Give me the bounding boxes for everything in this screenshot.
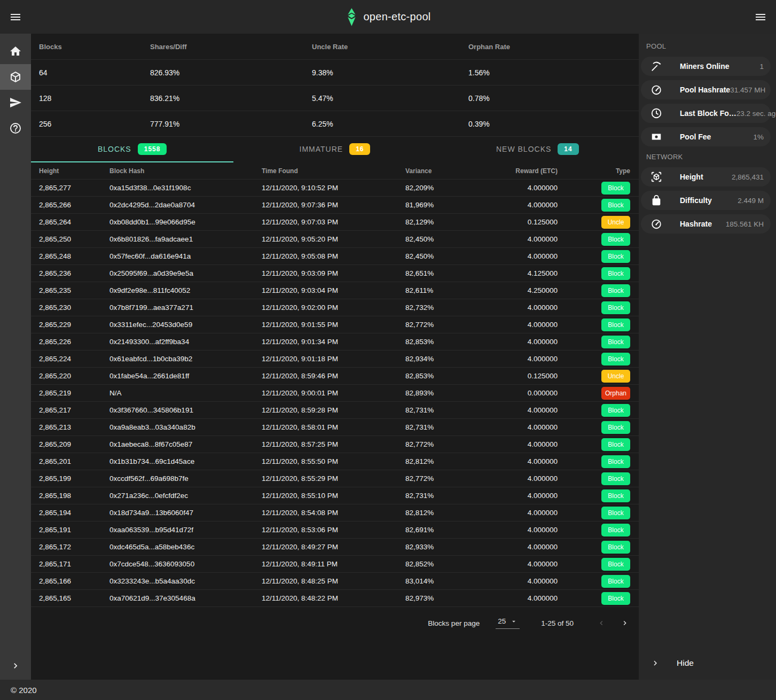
footer: © 2020 <box>0 680 776 700</box>
block-row[interactable]: 2,865,171 0x7cdce548...3636093050 12/11/… <box>31 556 639 573</box>
block-row[interactable]: 2,865,220 0x1fabe54a...2661de81ff 12/11/… <box>31 368 639 385</box>
chevron-right-icon <box>650 658 660 668</box>
block-hash: N/A <box>109 389 262 397</box>
block-time-found: 12/11/2020, 8:59:28 PM <box>262 406 405 414</box>
block-row[interactable]: 2,865,213 0xa9a8eab3...03a340a82b 12/11/… <box>31 419 639 436</box>
sidebar-item-blocks[interactable] <box>0 64 31 90</box>
block-reward: 4.000000 <box>502 457 558 465</box>
block-variance: 82,732% <box>405 304 502 312</box>
tab-label: IMMATURE <box>300 145 343 153</box>
previous-page-chevron-left-icon[interactable] <box>597 619 606 627</box>
block-reward: 4.000000 <box>502 543 558 551</box>
page-size-select[interactable]: 25 <box>496 617 520 629</box>
block-row[interactable]: 2,865,172 0xdc465d5a...a58beb436c 12/11/… <box>31 539 639 556</box>
block-height: 2,865,201 <box>31 457 109 465</box>
block-height: 2,865,220 <box>31 372 109 380</box>
block-row[interactable]: 2,865,201 0x1b31b734...69c1d45ace 12/11/… <box>31 453 639 470</box>
block-time-found: 12/11/2020, 9:02:00 PM <box>262 304 405 312</box>
block-height: 2,865,277 <box>31 184 109 192</box>
stats-sidebar: POOL Miners Online 1 Pool Hashrate 31.45… <box>639 34 776 680</box>
block-hash: 0xa9a8eab3...03a340a82b <box>109 423 262 431</box>
block-row[interactable]: 2,865,209 0x1aebeca8...8f67c05e87 12/11/… <box>31 436 639 453</box>
block-row[interactable]: 2,865,199 0xccdf562f...69a698b7fe 12/11/… <box>31 470 639 487</box>
block-row[interactable]: 2,865,248 0x57fec60f...da616e941a 12/11/… <box>31 248 639 265</box>
luck-stats-row: 128 836.21% 5.47% 0.78% <box>31 85 639 111</box>
block-reward: 4.000000 <box>502 577 558 585</box>
sidebar-item-payments[interactable] <box>0 90 31 115</box>
block-row[interactable]: 2,865,165 0xa70621d9...37e305468a 12/11/… <box>31 590 639 607</box>
next-page-chevron-right-icon[interactable] <box>621 619 629 627</box>
stat-value: 185.561 KH <box>726 220 764 228</box>
network-stat-height: Height 2,865,431 <box>641 167 771 186</box>
block-row[interactable]: 2,865,230 0x7b8f7199...aea377a271 12/11/… <box>31 299 639 316</box>
block-type-badge: Block <box>601 336 630 348</box>
block-reward: 4.000000 <box>502 201 558 209</box>
block-row[interactable]: 2,865,194 0x18d734a9...13b6060f47 12/11/… <box>31 504 639 522</box>
block-time-found: 12/11/2020, 9:05:08 PM <box>262 252 405 260</box>
menu-right-button[interactable] <box>754 11 767 24</box>
block-variance: 82,853% <box>405 372 502 380</box>
orphan-rate: 0.39% <box>468 120 639 128</box>
tab-immature[interactable]: IMMATURE 16 <box>233 137 436 162</box>
block-variance: 82,731% <box>405 423 502 431</box>
block-row[interactable]: 2,865,191 0xaa063539...b95d41d72f 12/11/… <box>31 522 639 539</box>
block-variance: 81,969% <box>405 201 502 209</box>
hide-sidebar-button[interactable]: Hide <box>639 658 776 680</box>
block-variance: 82,209% <box>405 184 502 192</box>
block-type-badge: Uncle <box>601 370 630 383</box>
etc-logo-icon <box>345 8 357 26</box>
col-shares-diff: Shares/Diff <box>150 43 312 51</box>
sidebar-item-help[interactable] <box>0 115 31 141</box>
block-row[interactable]: 2,865,219 N/A 12/11/2020, 9:00:01 PM 82,… <box>31 385 639 402</box>
block-row[interactable]: 2,865,236 0x25095f69...a0d39e9e5a 12/11/… <box>31 265 639 282</box>
app-title: open-etc-pool <box>363 11 430 23</box>
sidebar-spacer <box>639 238 776 658</box>
block-hash: 0xccdf562f...69a698b7fe <box>109 475 262 483</box>
shares-diff: 836.21% <box>150 94 312 103</box>
block-row[interactable]: 2,865,224 0x61eabfcd...1b0cba39b2 12/11/… <box>31 351 639 368</box>
tab-blocks[interactable]: BLOCKS 1558 <box>31 137 233 162</box>
block-row[interactable]: 2,865,229 0x3311efec...20453d0e59 12/11/… <box>31 316 639 333</box>
block-type-badge: Orphan <box>601 387 630 400</box>
stat-label: Last Block Fo… <box>680 109 736 118</box>
block-reward: 4.000000 <box>502 560 558 568</box>
block-row[interactable]: 2,865,277 0xa15d3f38...0e31f1908c 12/11/… <box>31 180 639 197</box>
block-type-badge: Block <box>601 421 630 434</box>
block-height: 2,865,194 <box>31 509 109 517</box>
block-height: 2,865,191 <box>31 526 109 534</box>
block-type-badge: Block <box>601 182 630 195</box>
cube-icon <box>9 71 22 83</box>
block-row[interactable]: 2,865,266 0x2dc4295d...2dae0a8704 12/11/… <box>31 197 639 214</box>
block-hash: 0xdc465d5a...a58beb436c <box>109 543 262 551</box>
block-variance: 82,934% <box>405 355 502 363</box>
copyright-text: © 2020 <box>11 686 37 695</box>
menu-left-button[interactable] <box>9 11 22 24</box>
block-row[interactable]: 2,865,235 0x9df2e98e...811fc40052 12/11/… <box>31 282 639 299</box>
send-icon <box>9 96 22 109</box>
block-row[interactable]: 2,865,198 0x271a236c...0efcfdf2ec 12/11/… <box>31 487 639 504</box>
block-time-found: 12/11/2020, 9:03:09 PM <box>262 269 405 277</box>
block-row[interactable]: 2,865,166 0x3233243e...b5a4aa30dc 12/11/… <box>31 573 639 590</box>
luck-stats-header: Blocks Shares/Diff Uncle Rate Orphan Rat… <box>31 34 639 60</box>
uncle-rate: 6.25% <box>312 120 468 128</box>
block-height: 2,865,219 <box>31 389 109 397</box>
block-row[interactable]: 2,865,226 0x21493300...af2ff9ba34 12/11/… <box>31 333 639 351</box>
block-reward: 4.000000 <box>502 440 558 448</box>
block-hash: 0x3233243e...b5a4aa30dc <box>109 577 262 585</box>
block-row[interactable]: 2,865,217 0x3f367660...345806b191 12/11/… <box>31 402 639 419</box>
sidebar-item-home[interactable] <box>0 38 31 64</box>
tab-new-blocks[interactable]: NEW BLOCKS 14 <box>436 137 639 162</box>
block-reward: 4.000000 <box>502 509 558 517</box>
blocks-per-page-label: Blocks per page <box>428 619 480 627</box>
pool-stat-pool-fee: Pool Fee 1% <box>641 127 771 146</box>
block-hash: 0x18d734a9...13b6060f47 <box>109 509 262 517</box>
block-row[interactable]: 2,865,264 0xb08dd0b1...99e066d95e 12/11/… <box>31 214 639 231</box>
block-row[interactable]: 2,865,250 0x6b801826...fa9adcaee1 12/11/… <box>31 231 639 248</box>
blocks-tabs: BLOCKS 1558 IMMATURE 16 NEW BLOCKS 14 <box>31 137 639 162</box>
block-time-found: 12/11/2020, 8:55:10 PM <box>262 492 405 500</box>
block-hash: 0xaa063539...b95d41d72f <box>109 526 262 534</box>
block-time-found: 12/11/2020, 8:53:06 PM <box>262 526 405 534</box>
block-reward: 4.250000 <box>502 286 558 294</box>
sidebar-expand-chevron-right-icon[interactable] <box>10 660 21 671</box>
block-hash: 0x2dc4295d...2dae0a8704 <box>109 201 262 209</box>
